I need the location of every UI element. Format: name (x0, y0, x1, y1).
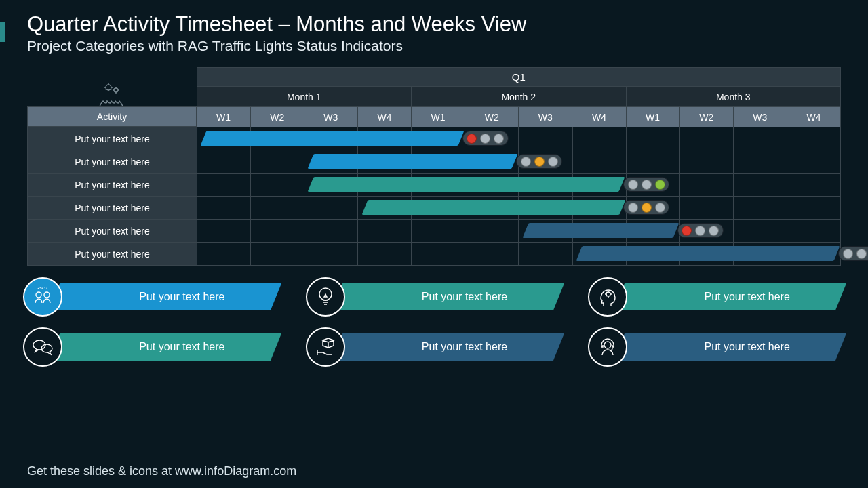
timesheet-cell (519, 127, 572, 150)
box-hand-icon (306, 327, 345, 367)
timesheet-cell (358, 243, 412, 266)
timesheet-cell (465, 127, 519, 150)
timesheet-cell (251, 150, 304, 174)
slide-subtitle: Project Categories with RAG Traffic Ligh… (27, 38, 841, 54)
category-chip: Put your text here (310, 328, 559, 366)
category-label: Put your text here (660, 341, 834, 353)
timesheet-cell (197, 127, 251, 150)
activity-label: Put your text here (28, 150, 197, 174)
timesheet-cell (197, 150, 251, 174)
timesheet-cell (626, 243, 679, 266)
month-header: Month 3 (626, 87, 841, 107)
timesheet-cell (197, 220, 251, 243)
activity-label: Put your text here (28, 127, 197, 150)
category-chip: Put your text here (592, 328, 841, 366)
timesheet-cell (304, 243, 358, 266)
timesheet-cell (626, 220, 679, 243)
week-header: W3 (519, 107, 572, 127)
category-chip: Put your text here (27, 278, 276, 316)
timesheet-cell (733, 220, 787, 243)
timesheet-cell (251, 174, 304, 197)
timesheet-cell (733, 174, 787, 197)
svg-point-1 (114, 88, 118, 92)
month-header: Month 2 (412, 87, 627, 107)
timesheet-cell (251, 127, 304, 150)
week-header: W2 (250, 107, 304, 127)
timesheet-cell (251, 243, 304, 266)
activity-label: Put your text here (28, 174, 197, 197)
timesheet-cell (197, 174, 251, 197)
speech-bubbles-icon (23, 327, 62, 367)
timesheet-cell (412, 174, 465, 197)
lightbulb-icon (306, 277, 345, 317)
timesheet-cell (304, 174, 358, 197)
category-chips: Put your text herePut your text herePut … (27, 278, 841, 366)
footer-text: Get these slides & icons at www.infoDiag… (27, 464, 296, 479)
timesheet-cell (304, 220, 358, 243)
timesheet-cell (519, 150, 572, 174)
category-label: Put your text here (378, 291, 552, 303)
category-label: Put your text here (95, 291, 269, 303)
timesheet-cell (465, 197, 519, 220)
timesheet-cell (358, 220, 412, 243)
people-mirror-icon (23, 277, 62, 317)
timesheet-cell (412, 243, 465, 266)
accent-tab (0, 22, 5, 42)
headset-person-icon (588, 327, 627, 367)
timesheet-cell (626, 197, 679, 220)
timesheet-cell (572, 220, 626, 243)
timesheet-cell (572, 197, 626, 220)
timesheet-cell (679, 220, 733, 243)
week-header: W3 (733, 107, 787, 127)
timesheet-cell (787, 174, 840, 197)
slide-header: Quarter Activity Timesheet – Months and … (0, 0, 868, 58)
category-label: Put your text here (95, 341, 269, 353)
head-gear-icon (588, 277, 627, 317)
timesheet-cell (787, 150, 840, 174)
timesheet-cell (251, 197, 304, 220)
timesheet-cell (679, 150, 733, 174)
timesheet-cell (465, 150, 519, 174)
week-header: W4 (572, 107, 626, 127)
timesheet-cell (626, 174, 679, 197)
timesheet-cell (733, 243, 787, 266)
timesheet-cell (519, 243, 572, 266)
timesheet-cell (412, 150, 465, 174)
timesheet-cell (412, 220, 465, 243)
activity-label: Put your text here (28, 243, 197, 266)
timesheet-cell (733, 197, 787, 220)
slide-title: Quarter Activity Timesheet – Months and … (27, 12, 841, 37)
timesheet-cell (358, 127, 412, 150)
timesheet-cell (519, 197, 572, 220)
activity-label: Put your text here (28, 220, 197, 243)
timesheet-cell (304, 150, 358, 174)
traffic-dot-amber (856, 249, 867, 259)
week-header: W4 (787, 107, 840, 127)
timesheet-cell (465, 220, 519, 243)
timesheet-cell (572, 243, 626, 266)
quarter-header: Q1 (197, 68, 841, 87)
timesheet-cell (251, 220, 304, 243)
timesheet-cell (679, 127, 733, 150)
category-chip: Put your text here (310, 278, 559, 316)
week-header: W1 (412, 107, 465, 127)
timesheet-cell (412, 127, 465, 150)
timesheet-cell (626, 127, 679, 150)
svg-point-2 (36, 292, 41, 298)
week-header: W1 (626, 107, 679, 127)
svg-point-8 (604, 342, 611, 348)
timesheet-cell (412, 197, 465, 220)
timesheet-cell (465, 243, 519, 266)
timesheet-cell (679, 174, 733, 197)
timesheet-cell (679, 243, 733, 266)
week-header: W3 (304, 107, 357, 127)
timesheet-cell (197, 197, 251, 220)
week-header: W4 (357, 107, 411, 127)
timesheet-cell (465, 174, 519, 197)
week-header: W2 (679, 107, 733, 127)
svg-point-3 (44, 292, 50, 298)
timesheet-cell (572, 174, 626, 197)
timesheet-cell (358, 150, 412, 174)
timesheet-cell (304, 127, 358, 150)
timesheet-cell (679, 197, 733, 220)
